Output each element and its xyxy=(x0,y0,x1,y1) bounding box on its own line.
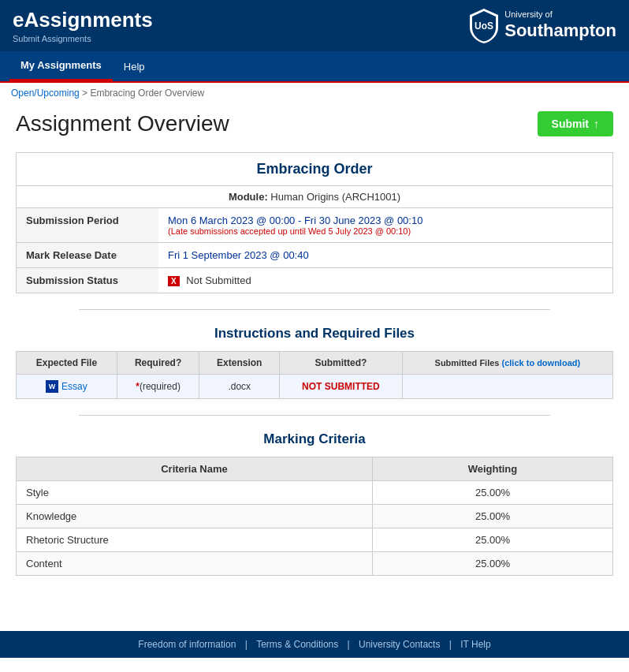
submitted-files-cell xyxy=(402,375,612,399)
breadcrumb: Open/Upcoming > Embracing Order Overview xyxy=(0,83,629,103)
submitted-status-cell: NOT SUBMITTED xyxy=(280,375,403,399)
criteria-table: Criteria Name Weighting Style 25.00% Kno… xyxy=(16,457,613,576)
university-logo: UoS University of Southampton xyxy=(470,9,616,43)
assignment-module: Module: Human Origins (ARCH1001) xyxy=(17,186,612,208)
files-table-header: Expected File Required? Extension Submit… xyxy=(17,352,613,375)
col-weighting: Weighting xyxy=(372,457,612,481)
required-cell: *(required) xyxy=(117,375,199,399)
module-label: Module: xyxy=(229,191,268,203)
divider-1 xyxy=(79,309,550,310)
nav-my-assignments[interactable]: My Assignments xyxy=(9,51,113,81)
criteria-name-cell: Content xyxy=(17,552,373,576)
criteria-weighting-cell: 25.00% xyxy=(372,552,612,576)
file-row: W Essay *(required) .docx NOT SUBMITTED xyxy=(17,375,613,399)
col-required: Required? xyxy=(117,352,199,375)
file-name: Essay xyxy=(61,381,87,392)
criteria-row: Content 25.00% xyxy=(17,552,613,576)
footer-sep-3: | xyxy=(449,639,454,650)
nav-bar: My Assignments Help xyxy=(0,51,629,83)
col-submitted-files: Submitted Files (click to download) xyxy=(402,352,612,375)
criteria-section: Marking Criteria Criteria Name Weighting… xyxy=(16,431,613,576)
footer-university-contacts[interactable]: University Contacts xyxy=(359,639,440,650)
app-title: eAssignments xyxy=(13,8,153,32)
divider-2 xyxy=(79,415,550,416)
top-header: eAssignments Submit Assignments UoS Univ… xyxy=(0,0,629,51)
page-title-row: Assignment Overview Submit ↑ xyxy=(16,111,613,136)
word-icon: W xyxy=(46,380,58,393)
nav-help[interactable]: Help xyxy=(113,53,156,80)
criteria-row: Rhetoric Structure 25.00% xyxy=(17,528,613,552)
breadcrumb-separator: > xyxy=(82,88,90,99)
svg-text:UoS: UoS xyxy=(475,21,493,32)
submission-period-value: Mon 6 March 2023 @ 00:00 - Fri 30 June 2… xyxy=(158,208,612,243)
mark-release-label: Mark Release Date xyxy=(17,243,158,268)
mark-release-row: Mark Release Date Fri 1 September 2023 @… xyxy=(17,243,612,268)
footer-freedom-of-information[interactable]: Freedom of information xyxy=(138,639,236,650)
footer-sep-1: | xyxy=(245,639,250,650)
page-title: Assignment Overview xyxy=(16,111,229,136)
essay-file-link[interactable]: W Essay xyxy=(24,380,109,393)
app-branding: eAssignments Submit Assignments xyxy=(13,8,153,43)
mark-release-date: Fri 1 September 2023 @ 00:40 xyxy=(168,249,603,261)
col-expected-file: Expected File xyxy=(17,352,117,375)
submission-status-value: X Not Submitted xyxy=(158,268,612,293)
submission-status-label: Submission Status xyxy=(17,268,158,293)
breadcrumb-upcoming[interactable]: Upcoming xyxy=(37,88,80,99)
upload-icon: ↑ xyxy=(594,118,599,130)
criteria-section-heading: Marking Criteria xyxy=(16,431,613,447)
submission-period-main: Mon 6 March 2023 @ 00:00 - Fri 30 June 2… xyxy=(168,215,603,226)
university-shield-icon: UoS xyxy=(470,9,498,43)
criteria-row: Style 25.00% xyxy=(17,481,613,505)
submission-status-text: Not Submitted xyxy=(186,274,251,286)
criteria-weighting-cell: 25.00% xyxy=(372,481,612,505)
submission-period-late: (Late submissions accepted up until Wed … xyxy=(168,226,603,236)
files-section: Instructions and Required Files Expected… xyxy=(16,326,613,399)
col-submitted: Submitted? xyxy=(280,352,403,375)
breadcrumb-current: Embracing Order Overview xyxy=(90,88,204,99)
col-criteria-name: Criteria Name xyxy=(17,457,373,481)
criteria-weighting-cell: 25.00% xyxy=(372,528,612,552)
breadcrumb-open[interactable]: Open xyxy=(11,88,34,99)
click-to-download-note: (click to download) xyxy=(502,358,581,368)
assignment-info-table: Submission Period Mon 6 March 2023 @ 00:… xyxy=(17,208,612,293)
university-name-text: University of Southampton xyxy=(504,9,616,43)
criteria-weighting-cell: 25.00% xyxy=(372,505,612,528)
footer-terms-conditions[interactable]: Terms & Conditions xyxy=(256,639,338,650)
col-extension: Extension xyxy=(199,352,280,375)
files-section-heading: Instructions and Required Files xyxy=(16,326,613,342)
assignment-title: Embracing Order xyxy=(17,153,612,186)
extension-cell: .docx xyxy=(199,375,280,399)
criteria-table-header: Criteria Name Weighting xyxy=(17,457,613,481)
not-submitted-text: NOT SUBMITTED xyxy=(302,381,380,392)
files-table: Expected File Required? Extension Submit… xyxy=(16,351,613,399)
footer-it-help[interactable]: IT Help xyxy=(460,639,490,650)
criteria-name-cell: Style xyxy=(17,481,373,505)
submission-status-row: Submission Status X Not Submitted xyxy=(17,268,612,293)
criteria-name-cell: Knowledge xyxy=(17,505,373,528)
criteria-name-cell: Rhetoric Structure xyxy=(17,528,373,552)
file-name-cell: W Essay xyxy=(17,375,117,399)
footer-sep-2: | xyxy=(348,639,352,650)
assignment-info-section: Embracing Order Module: Human Origins (A… xyxy=(16,152,613,293)
criteria-row: Knowledge 25.00% xyxy=(17,505,613,528)
module-name: Human Origins (ARCH1001) xyxy=(270,191,400,203)
submit-button[interactable]: Submit ↑ xyxy=(538,111,613,136)
submit-label: Submit xyxy=(552,118,589,130)
not-submitted-badge: X xyxy=(168,276,180,286)
footer: Freedom of information | Terms & Conditi… xyxy=(0,631,629,658)
submission-period-label: Submission Period xyxy=(17,208,158,243)
main-content: Assignment Overview Submit ↑ Embracing O… xyxy=(0,103,629,615)
mark-release-value: Fri 1 September 2023 @ 00:40 xyxy=(158,243,612,268)
required-text: (required) xyxy=(140,381,181,392)
submission-period-row: Submission Period Mon 6 March 2023 @ 00:… xyxy=(17,208,612,243)
app-subtitle: Submit Assignments xyxy=(13,34,153,43)
submitted-files-label: Submitted Files xyxy=(435,358,502,368)
